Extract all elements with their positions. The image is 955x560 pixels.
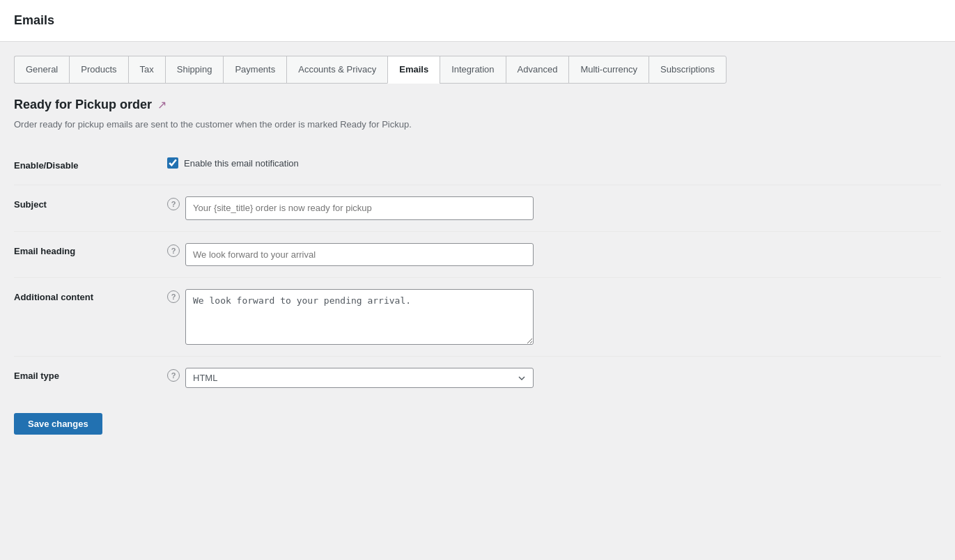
- email-heading-label: Email heading: [14, 231, 167, 278]
- tab-shipping[interactable]: Shipping: [165, 56, 224, 84]
- subject-label: Subject: [14, 185, 167, 232]
- enable-label: Enable/Disable: [14, 146, 167, 185]
- subject-input[interactable]: [185, 196, 534, 220]
- settings-form: Enable/Disable Enable this email notific…: [14, 146, 941, 399]
- tab-tax[interactable]: Tax: [128, 56, 165, 84]
- save-changes-button[interactable]: Save changes: [14, 413, 102, 435]
- email-heading-field-row: ?: [167, 243, 941, 267]
- email-type-label: Email type: [14, 357, 167, 400]
- subject-help-icon[interactable]: ?: [167, 198, 180, 210]
- enable-checkbox-label[interactable]: Enable this email notification: [167, 157, 941, 169]
- page-title: Emails: [14, 13, 54, 28]
- enable-checkbox[interactable]: [167, 157, 178, 169]
- tab-advanced[interactable]: Advanced: [506, 56, 569, 84]
- external-link-icon[interactable]: ↗: [157, 98, 166, 111]
- tabs-nav: GeneralProductsTaxShippingPaymentsAccoun…: [14, 56, 941, 84]
- tab-emails[interactable]: Emails: [387, 56, 440, 84]
- subject-field-row: ?: [167, 196, 941, 220]
- additional-content-label: Additional content: [14, 278, 167, 357]
- main-content: GeneralProductsTaxShippingPaymentsAccoun…: [0, 42, 955, 462]
- email-type-select[interactable]: HTMLPlain textMultipart: [185, 368, 534, 388]
- email-heading-row: Email heading ?: [14, 231, 941, 278]
- tab-general[interactable]: General: [14, 56, 69, 84]
- additional-content-field-row: ?: [167, 289, 941, 345]
- enable-checkbox-text: Enable this email notification: [184, 158, 299, 169]
- additional-content-help-icon[interactable]: ?: [167, 290, 180, 303]
- top-bar: Emails: [0, 0, 955, 42]
- tab-multi-currency[interactable]: Multi-currency: [568, 56, 649, 84]
- section-description: Order ready for pickup emails are sent t…: [14, 119, 941, 130]
- section-title: Ready for Pickup order: [14, 98, 152, 112]
- enable-row: Enable/Disable Enable this email notific…: [14, 146, 941, 185]
- email-type-help-icon[interactable]: ?: [167, 369, 180, 382]
- email-heading-input[interactable]: [185, 243, 534, 267]
- additional-content-row: Additional content ?: [14, 278, 941, 357]
- email-type-row: Email type ? HTMLPlain textMultipart: [14, 357, 941, 400]
- tab-subscriptions[interactable]: Subscriptions: [649, 56, 727, 84]
- additional-content-textarea[interactable]: [185, 289, 534, 345]
- tab-products[interactable]: Products: [69, 56, 127, 84]
- email-heading-help-icon[interactable]: ?: [167, 244, 180, 257]
- tab-payments[interactable]: Payments: [223, 56, 286, 84]
- tab-accounts-privacy[interactable]: Accounts & Privacy: [286, 56, 387, 84]
- tab-integration[interactable]: Integration: [440, 56, 505, 84]
- section-header: Ready for Pickup order ↗: [14, 98, 941, 112]
- email-type-field-row: ? HTMLPlain textMultipart: [167, 368, 941, 388]
- subject-row: Subject ?: [14, 185, 941, 232]
